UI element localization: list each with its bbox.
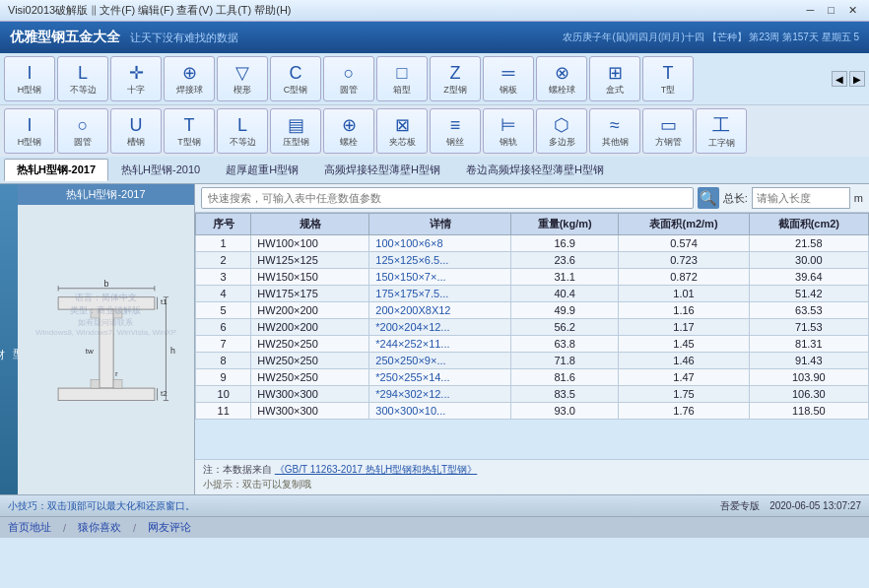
groove-icon: U — [130, 115, 143, 136]
h-beam-icon: I — [27, 63, 32, 84]
rail-label: 钢轨 — [500, 138, 517, 148]
svg-rect-0 — [58, 297, 155, 309]
tab-edge-high-freq[interactable]: 卷边高频焊接轻型薄壁H型钢 — [453, 159, 617, 181]
nav-love[interactable]: 猿你喜欢 — [78, 520, 121, 535]
rail-icon: ⊨ — [501, 114, 516, 136]
table-row[interactable]: 10 HW300×300 *294×302×12... 83.5 1.75 10… — [196, 386, 869, 403]
toolbar-btn-wire[interactable]: ≡ 钢丝 — [430, 108, 481, 154]
h-beam2-icon: I — [27, 115, 32, 136]
cross-icon: ✛ — [129, 62, 144, 84]
table-row[interactable]: 1 HW100×100 100×100×6×8 16.9 0.574 21.58 — [196, 235, 869, 252]
tab-hot-rolled-2010[interactable]: 热轧H型钢-2010 — [108, 159, 213, 181]
cell-weight: 81.6 — [510, 369, 619, 386]
round-pipe-icon: ○ — [344, 63, 355, 84]
search-input[interactable] — [201, 187, 694, 209]
tab-high-freq-thin[interactable]: 高频焊接轻型薄壁H型钢 — [311, 159, 453, 181]
table-row[interactable]: 3 HW150×150 150×150×7×... 31.1 0.872 39.… — [196, 269, 869, 286]
table-row[interactable]: 8 HW250×250 250×250×9×... 71.8 1.46 91.4… — [196, 353, 869, 369]
data-table[interactable]: 序号 规格 详情 重量(kg/m) 表面积(m2/m) 截面积(cm2) 1 H… — [195, 213, 869, 459]
table-row[interactable]: 4 HW175×175 175×175×7.5... 40.4 1.01 51.… — [196, 286, 869, 302]
cell-spec: HW150×150 — [251, 269, 369, 286]
close-button[interactable]: ✕ — [844, 4, 861, 17]
cell-weight: 63.8 — [510, 336, 619, 353]
cell-no: 2 — [196, 252, 251, 269]
cell-area: 63.53 — [749, 302, 868, 319]
cell-spec: HW100×100 — [251, 235, 369, 252]
tab-hot-rolled-2017[interactable]: 热轧H型钢-2017 — [4, 159, 108, 181]
cell-weight: 40.4 — [510, 286, 619, 302]
groove-label: 槽钢 — [127, 138, 145, 148]
col-weight: 重量(kg/m) — [510, 214, 619, 235]
toolbar-btn-box2[interactable]: ⊞ 盒式 — [589, 56, 640, 101]
cell-no: 10 — [196, 386, 251, 403]
cell-spec: HW200×200 — [251, 302, 369, 319]
toolbar-btn-i-beam[interactable]: 工 工字钢 — [696, 108, 747, 154]
nav-home[interactable]: 首页地址 — [8, 520, 51, 535]
toolbar-btn-h-beam2[interactable]: I H型钢 — [4, 108, 55, 154]
toolbar-btn-other[interactable]: ≈ 其他钢 — [589, 108, 640, 154]
cell-surface: 1.75 — [619, 386, 749, 403]
toolbar-btn-round-pipe2[interactable]: ○ 圆管 — [57, 108, 108, 154]
z-beam-icon: Z — [450, 63, 461, 84]
cell-no: 8 — [196, 353, 251, 369]
toolbar-btn-cross[interactable]: ✛ 十字 — [110, 56, 162, 101]
note-link[interactable]: 《GB/T 11263-2017 热轧H型钢和热轧T型钢》 — [275, 464, 477, 475]
press-icon: ▤ — [288, 114, 304, 136]
table-row[interactable]: 7 HW250×250 *244×252×11... 63.8 1.45 81.… — [196, 336, 869, 353]
cell-area: 30.00 — [749, 252, 868, 269]
toolbar-btn-box[interactable]: □ 箱型 — [376, 56, 428, 101]
toolbar-btn-t-beam2[interactable]: T T型钢 — [164, 108, 215, 154]
toolbar-btn-round-pipe[interactable]: ○ 圆管 — [323, 56, 374, 101]
toolbar-btn-bolt2[interactable]: ⊕ 螺栓 — [323, 108, 374, 154]
t-beam2-icon: T — [184, 115, 195, 136]
sidebar-label2: 材 — [0, 336, 9, 344]
main-layout: 型 材 热轧H型钢-2017 语言：简体中文 类型：商业破解版 如有疑问请联系 … — [0, 184, 869, 494]
cell-area: 106.30 — [749, 386, 868, 403]
round-pipe-label: 圆管 — [340, 86, 358, 96]
note-area: 注：本数据来自 《GB/T 11263-2017 热轧H型钢和热轧T型钢》 小提… — [195, 459, 869, 494]
toolbar-btn-plate[interactable]: ═ 钢板 — [483, 56, 534, 101]
length-input[interactable] — [752, 187, 850, 209]
toolbar-btn-bolt[interactable]: ⊗ 螺栓球 — [536, 56, 587, 101]
toolbar-btn-rail[interactable]: ⊨ 钢轨 — [483, 108, 534, 154]
tab-super-heavy[interactable]: 超厚超重H型钢 — [213, 159, 311, 181]
table-row[interactable]: 9 HW250×250 *250×255×14... 81.6 1.47 103… — [196, 369, 869, 386]
maximize-button[interactable]: □ — [824, 4, 838, 17]
diagram-panel: 热轧H型钢-2017 语言：简体中文 类型：商业破解版 如有疑问请联系 Wind… — [18, 184, 195, 494]
toolbar-btn-core[interactable]: ⊠ 夹芯板 — [376, 108, 428, 154]
toolbar-btn-z-beam[interactable]: Z Z型钢 — [430, 56, 481, 101]
h-beam-diagram: b h t1 t2 tw r — [28, 271, 185, 428]
toolbar-btn-press[interactable]: ▤ 压型钢 — [270, 108, 321, 154]
cell-spec: HW250×250 — [251, 353, 369, 369]
toolbar-btn-t-beam[interactable]: T T型 — [642, 56, 694, 101]
toolbar-btn-weld-ball[interactable]: ⊕ 焊接球 — [164, 56, 215, 101]
bolt-label: 螺栓球 — [549, 86, 575, 96]
search-button[interactable]: 🔍 — [698, 187, 719, 209]
toolbar-btn-unequal2[interactable]: L 不等边 — [217, 108, 268, 154]
cell-detail: 150×150×7×... — [369, 269, 511, 286]
table-row[interactable]: 5 HW200×200 200×200X8X12 49.9 1.16 63.53 — [196, 302, 869, 319]
toolbar-btn-unequal[interactable]: L 不等边 — [57, 56, 108, 101]
app-header: 优雅型钢五金大全 让天下没有难找的数据 农历庚子年(鼠)闰四月(闰月)十四 【芒… — [0, 22, 869, 53]
minimize-button[interactable]: ─ — [803, 4, 819, 17]
core-label: 夹芯板 — [389, 138, 416, 148]
cell-surface: 0.574 — [619, 235, 749, 252]
cell-no: 9 — [196, 369, 251, 386]
toolbar-btn-groove[interactable]: U 槽钢 — [110, 108, 162, 154]
toolbar-btn-c-beam[interactable]: C C型钢 — [270, 56, 321, 101]
col-spec: 规格 — [251, 214, 369, 235]
bolt2-label: 螺栓 — [340, 138, 358, 148]
cell-spec: HW250×250 — [251, 336, 369, 353]
nav-online[interactable]: 网友评论 — [148, 520, 191, 535]
next-arrow[interactable]: ▶ — [849, 71, 865, 87]
prev-arrow[interactable]: ◀ — [832, 71, 847, 87]
core-icon: ⊠ — [395, 114, 410, 136]
toolbar-btn-h-beam[interactable]: I H型钢 — [4, 56, 55, 101]
table-row[interactable]: 6 HW200×200 *200×204×12... 56.2 1.17 71.… — [196, 319, 869, 336]
svg-rect-3 — [91, 309, 100, 318]
table-row[interactable]: 11 HW300×300 300×300×10... 93.0 1.76 118… — [196, 403, 869, 420]
toolbar-btn-polygon[interactable]: ⬡ 多边形 — [536, 108, 587, 154]
toolbar-btn-wedge[interactable]: ▽ 楔形 — [217, 56, 268, 101]
toolbar-btn-square-pipe[interactable]: ▭ 方钢管 — [642, 108, 694, 154]
table-row[interactable]: 2 HW125×125 125×125×6.5... 23.6 0.723 30… — [196, 252, 869, 269]
